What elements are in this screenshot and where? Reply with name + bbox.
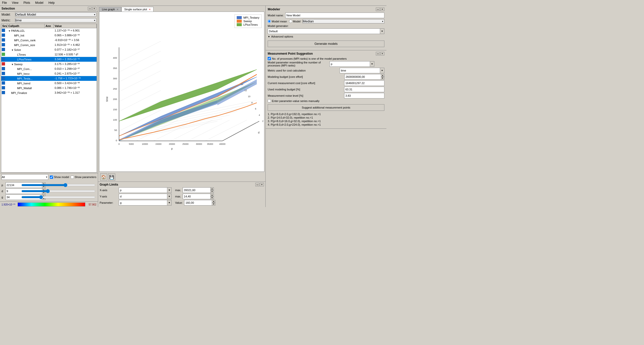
metric-cost-select[interactable]: time xyxy=(340,68,380,73)
menu-plots[interactable]: Plots xyxy=(22,1,31,5)
menu-help[interactable]: Help xyxy=(48,1,56,5)
gl-xaxis-max: ▲ ▼ xyxy=(183,187,214,193)
metric-cost-btn[interactable]: ▼ xyxy=(380,68,384,73)
mpi-ranks-label[interactable]: No. of processes (MPI ranks) is one of t… xyxy=(272,57,347,60)
menu-view[interactable]: View xyxy=(11,1,19,5)
gl-yaxis-max-label: max. xyxy=(175,195,181,198)
tree-row[interactable]: ▼MPI_Finalize 3.942×10⁻⁰³ + 1.317 xyxy=(1,90,97,95)
param-p-slider[interactable] xyxy=(21,183,95,187)
tree-row[interactable]: ▼Sweep 3.175 + 3.285×10⁻⁰⁵ xyxy=(1,62,97,66)
menu-model[interactable]: Model xyxy=(34,1,45,5)
tree-row[interactable]: ▼LTimes 12.506 + 0.505 * d⁵ xyxy=(1,52,97,57)
meas-close-btn[interactable]: ✕ xyxy=(380,52,384,55)
noise-input[interactable] xyxy=(344,93,384,98)
gl-close-btn[interactable]: ✕ xyxy=(260,183,264,186)
gl-xaxis-down[interactable]: ▼ xyxy=(210,190,214,193)
modeler-restore-btn[interactable]: ▭ xyxy=(376,8,380,11)
advanced-options-toggle[interactable]: ▼ Advanced options xyxy=(268,35,384,38)
gl-xaxis-up[interactable]: ▲ xyxy=(210,187,214,190)
param-g-slider[interactable] xyxy=(21,195,95,199)
svg-text:p: p xyxy=(171,147,173,150)
used-budget-label: Used modeling budget [%] xyxy=(268,88,343,91)
model-generator-select[interactable]: Default xyxy=(268,28,380,34)
modeler-close-btn[interactable]: ✕ xyxy=(380,8,384,11)
used-budget-input[interactable] xyxy=(344,87,384,92)
tab-surface-plot-label: Single surface plot xyxy=(124,8,147,11)
gl-yaxis-down[interactable]: ▼ xyxy=(210,196,214,199)
tab-line-graph-close[interactable]: ✕ xyxy=(116,8,118,11)
tree-row[interactable]: ▼MPI_Irecv 0.241 + 2.875×10⁻⁰⁷ xyxy=(1,71,97,76)
home-btn[interactable]: 🏠 xyxy=(100,174,107,181)
model-type-select[interactable]: Median xyxy=(303,19,384,23)
show-model-checkbox[interactable] xyxy=(50,176,53,179)
gl-param-btn[interactable]: ▼ xyxy=(167,200,172,205)
model-select[interactable]: Default Model xyxy=(15,12,96,17)
gl-yaxis-up[interactable]: ▲ xyxy=(210,194,214,196)
gl-yaxis-max-input[interactable] xyxy=(183,194,210,199)
manual-label[interactable]: Enter parameter-value series manually xyxy=(272,99,319,102)
param-d-label: d xyxy=(2,190,5,193)
svg-text:100: 100 xyxy=(113,118,117,121)
gl-xaxis-select[interactable]: p xyxy=(119,187,167,193)
current-cost-row: Current measurement cost [core effort] xyxy=(268,80,384,86)
menu-file[interactable]: File xyxy=(1,1,8,5)
gl-param-select[interactable]: g xyxy=(119,200,167,205)
gl-xaxis-max-input[interactable] xyxy=(183,187,210,193)
budget-up[interactable]: ▲ xyxy=(381,74,384,77)
tree-row[interactable]: ▼MPI_Comm_rank -6.910×10⁻⁰⁵ + 3.56 xyxy=(1,38,97,43)
model-mean-radio-label[interactable]: Model mean xyxy=(268,20,287,23)
gl-yaxis-select[interactable]: d xyxy=(119,194,167,199)
tree-row[interactable]: ▼Solve 0.077 + 2.182×10⁻⁰⁷ xyxy=(1,47,97,52)
selection-close-btn[interactable]: ✕ xyxy=(92,7,96,10)
model-label: Model xyxy=(293,20,301,23)
tree-row[interactable]: ▼MPI_Waitall 0.086 + 1.746×10⁻⁰⁵ xyxy=(1,86,97,90)
legend-lplustimes-label: LPlusTimes xyxy=(243,23,258,26)
tab-surface-plot-close[interactable]: ✕ xyxy=(149,8,151,11)
param-d-slider[interactable] xyxy=(21,189,95,193)
budget-down[interactable]: ▼ xyxy=(381,77,384,80)
model-radio[interactable] xyxy=(289,20,292,23)
manual-checkbox[interactable] xyxy=(268,99,271,102)
model-radio-label[interactable]: Model xyxy=(289,20,301,23)
mpi-param-select[interactable]: p xyxy=(330,61,370,67)
tab-line-graph[interactable]: Line graph ✕ xyxy=(99,7,121,12)
metric-select[interactable]: time xyxy=(15,18,96,22)
menubar: File View Plots Model Help xyxy=(0,0,386,6)
suggestion-3: 3. P(p=8.0,d=16.0,g=32.0), repetition no… xyxy=(268,119,384,123)
filter-select[interactable]: All xyxy=(2,174,48,180)
show-parameters-checkbox[interactable] xyxy=(71,176,74,179)
generate-models-btn[interactable]: Generate models xyxy=(268,41,384,47)
selection-restore-btn[interactable]: ▭ xyxy=(88,7,92,10)
show-model-label[interactable]: Show model xyxy=(50,176,69,179)
model-name-row: Model name: xyxy=(268,13,384,18)
mpi-ranks-checkbox[interactable] xyxy=(268,57,271,60)
tree-row[interactable]: ▼MPI_Init 0.065 + 3.886×10⁻⁰⁵ xyxy=(1,33,97,38)
tab-surface-plot[interactable]: Single surface plot ✕ xyxy=(122,7,153,12)
tree-row[interactable]: ▼MPI_Isend 0.500 + 3.424×10⁻⁰⁶ xyxy=(1,81,97,86)
tree-row[interactable]: ▼MPI_Com... 0.010 + 1.298×10⁻⁰⁷ xyxy=(1,66,97,71)
plot-legend: MPI_Testany Sweep LPlusTimes xyxy=(234,14,262,28)
gl-param-down[interactable]: ▼ xyxy=(212,203,215,205)
svg-text:5000: 5000 xyxy=(129,143,134,145)
gl-xaxis-max-label: max. xyxy=(175,189,181,192)
model-generator-btn[interactable]: ▼ xyxy=(380,28,384,34)
current-cost-input[interactable] xyxy=(344,80,384,86)
tree-row[interactable]: ▼PARALLEL 1.137×10⁻⁰³ + 6.901 xyxy=(1,28,97,33)
budget-input[interactable] xyxy=(344,74,381,80)
gl-xaxis-btn[interactable]: ▼ xyxy=(167,187,172,193)
model-mean-radio[interactable] xyxy=(268,20,271,23)
tree-row[interactable]: ▼LPlusTimes 3.349 + 2.355×10⁻⁰³ xyxy=(1,57,97,62)
gl-param-up[interactable]: ▲ xyxy=(212,200,215,203)
meas-restore-btn[interactable]: ▭ xyxy=(376,52,380,55)
model-name-input[interactable] xyxy=(285,13,384,18)
mpi-param-btn[interactable]: ▼ xyxy=(370,61,374,67)
tree-row[interactable]: ▼MPI_Testa... -1.758 + 1.723×10⁻⁰³ xyxy=(1,76,97,81)
gl-restore-btn[interactable]: ▭ xyxy=(255,183,259,186)
gl-param-val-input[interactable] xyxy=(184,200,212,205)
gl-yaxis-btn[interactable]: ▼ xyxy=(167,194,172,199)
show-parameters-label[interactable]: Show parameters xyxy=(71,176,96,179)
suggest-btn[interactable]: Suggest additional measurement points xyxy=(268,104,384,111)
filter-select-wrapper: All xyxy=(2,174,48,180)
save-btn[interactable]: 💾 xyxy=(108,174,115,181)
tree-row[interactable]: ▼MPI_Comm_size 1.913×10⁻⁰⁵ + 4.462 xyxy=(1,43,97,47)
